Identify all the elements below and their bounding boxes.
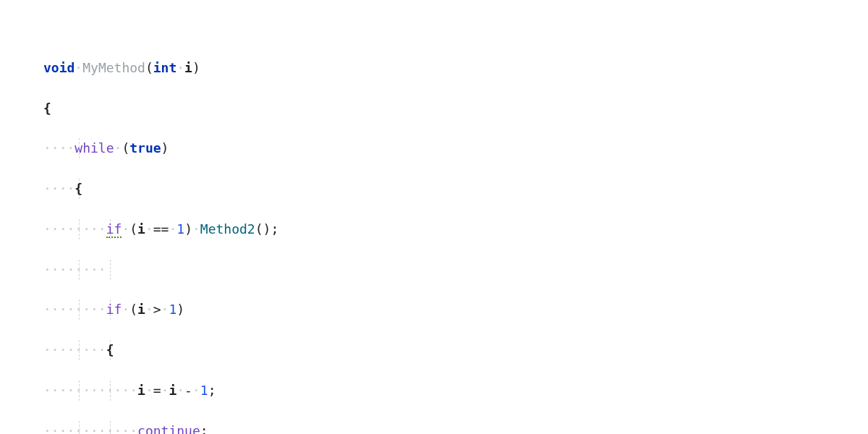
keyword-if: if: [106, 302, 122, 317]
code-line: {: [43, 98, 825, 119]
number-literal: 1: [200, 383, 208, 398]
brace-open: {: [75, 181, 82, 196]
keyword-void: void: [43, 60, 75, 75]
method-name: MyMethod: [82, 60, 145, 75]
keyword-if: if: [106, 221, 122, 238]
number-literal: 1: [169, 302, 176, 317]
keyword-continue: continue: [137, 423, 200, 434]
operator-gt: >: [153, 302, 161, 317]
var-i: i: [137, 383, 145, 398]
code-line: ········: [43, 260, 825, 280]
param-i: i: [184, 60, 192, 75]
code-line: ········{: [43, 340, 825, 360]
code-line: ····{: [43, 179, 825, 199]
var-i: i: [169, 383, 176, 398]
code-line: ············continue;: [43, 421, 825, 434]
brace-open: {: [106, 342, 114, 357]
code-line: void·MyMethod(int·i): [43, 58, 825, 78]
code-block: void·MyMethod(int·i) { ····while·(true) …: [43, 17, 825, 434]
var-i: i: [137, 221, 145, 237]
keyword-while: while: [75, 140, 114, 156]
keyword-int: int: [153, 60, 177, 75]
operator-eq: ==: [153, 221, 169, 237]
operator-minus: -: [184, 383, 192, 398]
number-literal: 1: [176, 221, 184, 237]
code-line: ········if·(i·>·1): [43, 299, 825, 320]
var-i: i: [137, 302, 145, 317]
method-call: Method2: [200, 221, 255, 237]
operator-assign: =: [153, 383, 161, 398]
code-line: ············i·=·i·-·1;: [43, 380, 825, 401]
keyword-true: true: [129, 140, 161, 156]
brace-open: {: [43, 101, 51, 116]
code-line: ········if·(i·==·1)·Method2();: [43, 219, 825, 239]
code-line: ····while·(true): [43, 138, 825, 158]
